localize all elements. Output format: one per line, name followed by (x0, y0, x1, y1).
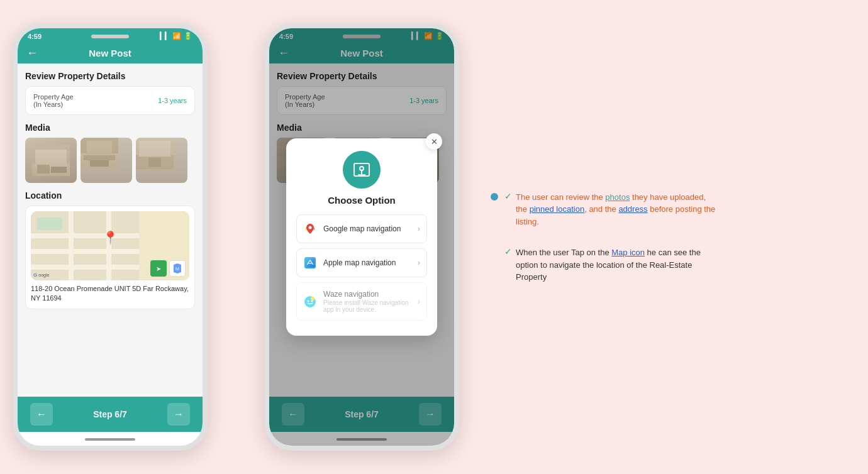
check-icon-2: ✓ (504, 246, 512, 256)
map-left[interactable]: 📍 G oogle ➤ (31, 211, 189, 280)
location-title-left: Location (25, 190, 195, 201)
svg-rect-8 (84, 155, 115, 160)
media-section-left: Media (25, 123, 195, 183)
media-title-left: Media (25, 123, 195, 133)
location-section-left: Location (25, 190, 195, 309)
main-container: 4:59 ▎▎ 📶 🔋 ← New Post Review Property D… (0, 0, 868, 474)
next-btn-left[interactable]: → (167, 403, 190, 426)
svg-rect-6 (81, 153, 118, 169)
svg-point-23 (309, 226, 312, 229)
media-thumb-1-left (25, 138, 77, 183)
apple-maps-label: Apple map navigation (323, 258, 418, 267)
modal-title: Choose Option (296, 195, 427, 206)
modal-option-waze[interactable]: Waze navigation Please install Waze navi… (296, 282, 427, 321)
map-green (37, 218, 62, 230)
annotation-dot-2 (491, 248, 498, 256)
modal-wrapper: ✕ Choose Option (286, 138, 437, 336)
svg-rect-9 (90, 160, 109, 167)
svg-rect-12 (139, 141, 170, 157)
modal-close-button[interactable]: ✕ (426, 133, 442, 150)
time-left: 4:59 (28, 33, 42, 40)
modal-option-google[interactable]: Google map navigation › (296, 214, 427, 243)
modal-icon-wrap (296, 151, 427, 189)
annotation-area: ✓ The user can review the photos they ha… (478, 191, 717, 284)
svg-point-28 (311, 297, 314, 300)
step-label-left: Step 6/7 (93, 409, 127, 419)
map-overlay-icons-left: ➤ M (150, 260, 186, 277)
annotation-text-2: When the user Tap on the Map icon he can… (516, 246, 717, 284)
map-icon (352, 160, 372, 180)
svg-rect-10 (136, 138, 174, 169)
property-age-value-left: 1-3 years (158, 97, 187, 104)
property-age-label-left: Property Age(In Years) (33, 93, 74, 108)
annotation-1: ✓ The user can review the photos they ha… (491, 191, 717, 228)
room-svg-2 (81, 138, 118, 169)
apple-maps-arrow: › (418, 258, 420, 267)
phone-left: 4:59 ▎▎ 📶 🔋 ← New Post Review Property D… (13, 23, 208, 451)
waze-label: Waze navigation (323, 290, 418, 299)
google-maps-arrow: › (418, 224, 420, 233)
media-thumb-3-left (136, 138, 187, 183)
back-button-left[interactable]: ← (26, 47, 38, 60)
annotation-dot-1 (491, 193, 498, 201)
apple-maps-icon (303, 256, 317, 270)
choose-option-modal: ✕ Choose Option (286, 138, 437, 336)
svg-rect-7 (87, 141, 112, 155)
nav-title-left: New Post (89, 48, 131, 58)
address-left: 118-20 Ocean Promenade UNIT 5D Far Rocka… (31, 284, 189, 304)
room-svg-3 (136, 138, 174, 169)
map-bg-left: 📍 G oogle ➤ (31, 211, 189, 280)
map-road-v2 (106, 211, 111, 280)
map-road-v1 (69, 211, 74, 280)
google-maps-icon (303, 222, 317, 236)
svg-rect-11 (136, 155, 174, 169)
waze-sub: Please install Waze navigation app in yo… (323, 299, 418, 313)
media-grid-left (25, 138, 195, 183)
prev-btn-left[interactable]: ← (30, 403, 53, 426)
property-card-left: Property Age(In Years) 1-3 years (25, 86, 195, 115)
svg-rect-5 (81, 138, 118, 169)
map-pin-left: 📍 (103, 230, 118, 245)
status-icons-left: ▎▎ 📶 🔋 (160, 32, 192, 40)
svg-point-26 (308, 300, 309, 302)
content-left: Review Property Details Property Age(In … (18, 63, 203, 413)
svg-rect-0 (32, 145, 70, 176)
modal-overlay: ✕ Choose Option (269, 28, 454, 446)
modal-option-apple[interactable]: Apple map navigation › (296, 248, 427, 277)
phone-right: 4:59 ▎▎ 📶 🔋 ← New Post Review Property D… (264, 23, 459, 451)
media-thumb-2-left (81, 138, 132, 183)
svg-rect-2 (35, 150, 67, 168)
maps-svg: M (172, 263, 182, 273)
room-svg-1 (32, 145, 70, 176)
waze-icon (303, 295, 317, 309)
annotation-2: ✓ When the user Tap on the Map icon he c… (491, 246, 717, 284)
bottom-nav-left: ← Step 6/7 → (18, 397, 203, 432)
waze-arrow: › (418, 297, 420, 306)
google-maps-label: Google map navigation (323, 224, 418, 233)
svg-rect-1 (32, 163, 70, 176)
modal-icon-circle (343, 151, 381, 189)
svg-rect-13 (148, 158, 161, 167)
status-bar-left: 4:59 ▎▎ 📶 🔋 (18, 28, 203, 43)
nav-bar-left: ← New Post (18, 43, 203, 63)
direction-icon-left[interactable]: ➤ (150, 260, 167, 277)
svg-rect-3 (37, 165, 50, 174)
svg-text:M: M (175, 267, 179, 271)
check-icon-1: ✓ (504, 191, 512, 201)
waze-text-wrap: Waze navigation Please install Waze navi… (323, 290, 418, 313)
maps-icon-left[interactable]: M (169, 260, 186, 277)
section-title-left: Review Property Details (25, 71, 195, 81)
svg-rect-4 (51, 167, 67, 173)
map-google-logo-left: G oogle (33, 272, 49, 278)
svg-point-22 (360, 167, 364, 170)
annotation-text-1: The user can review the photos they have… (516, 191, 717, 228)
